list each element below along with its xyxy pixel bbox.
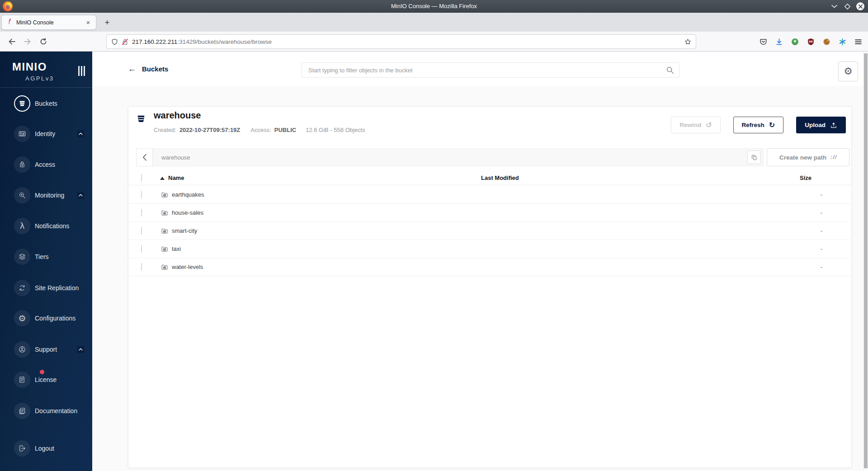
bookmark-star-icon[interactable] — [684, 38, 691, 45]
column-header-last-modified[interactable]: Last Modified — [481, 174, 800, 181]
object-name: taxi — [172, 245, 181, 252]
bucket-settings-button[interactable]: ⚙ — [838, 61, 858, 81]
minio-favicon-icon — [6, 18, 13, 27]
chevron-up-icon[interactable] — [77, 131, 84, 137]
row-checkbox[interactable] — [141, 263, 142, 271]
window-title: MinIO Console — Mozilla Firefox — [0, 0, 868, 13]
sidebar-item-logout[interactable]: Logout — [0, 440, 92, 457]
back-arrow-icon: ← — [128, 64, 136, 74]
back-to-buckets[interactable]: ← Buckets — [128, 52, 168, 86]
folder-icon — [161, 264, 168, 271]
replication-icon — [14, 280, 30, 296]
tab-close-icon[interactable]: × — [85, 19, 92, 26]
url-host: 217.160.222.211 — [132, 38, 177, 45]
content-background: warehouse Created: 2022-10-27T09:57:19Z … — [92, 86, 863, 471]
cookie-extension-icon[interactable] — [820, 35, 833, 48]
column-header-size[interactable]: Size — [800, 174, 843, 181]
new-tab-button[interactable]: + — [101, 17, 113, 28]
monitor-search-icon — [14, 187, 30, 203]
gear-icon: ⚙ — [844, 66, 853, 76]
refresh-button[interactable]: Refresh↻ — [733, 117, 784, 133]
sidebar-item-configurations[interactable]: ⚙ Configurations — [0, 310, 92, 326]
upload-icon — [830, 122, 837, 129]
copy-path-button[interactable] — [747, 151, 761, 164]
extension-asterisk-icon[interactable] — [836, 35, 849, 48]
lambda-icon: λ — [14, 218, 30, 234]
menu-hamburger-icon[interactable] — [852, 35, 864, 48]
pocket-icon[interactable] — [757, 35, 769, 48]
support-icon — [14, 341, 30, 358]
new-path-icon: :// — [830, 154, 837, 160]
select-all-checkbox[interactable] — [141, 174, 142, 182]
upload-button[interactable]: Upload — [796, 117, 846, 133]
sidebar-item-identity[interactable]: Identity — [0, 126, 92, 142]
window-minimize-icon[interactable] — [830, 2, 838, 10]
object-name: water-levels — [172, 264, 203, 270]
reload-button[interactable] — [37, 35, 50, 48]
folder-icon — [161, 209, 168, 217]
tab-minio-console[interactable]: MinIO Console × — [1, 15, 96, 30]
sidebar-item-buckets[interactable]: Buckets — [0, 95, 92, 112]
layers-icon — [14, 249, 30, 265]
table-row[interactable]: earthquakes - — [128, 186, 852, 204]
object-name: smart-city — [172, 227, 197, 234]
browser-toolbar: 217.160.222.211:31429/buckets/warehouse/… — [0, 32, 868, 52]
object-size: - — [800, 227, 843, 234]
table-row[interactable]: smart-city - — [128, 222, 852, 240]
create-new-path-button[interactable]: Create new path :// — [767, 148, 849, 166]
sort-asc-icon — [160, 177, 165, 180]
column-header-name[interactable]: Name — [160, 174, 481, 181]
table-row[interactable]: house-sales - — [128, 204, 852, 222]
scrollbar-thumb[interactable] — [864, 53, 868, 468]
downloads-icon[interactable] — [773, 35, 785, 48]
object-size: - — [800, 191, 843, 198]
minio-logo: MINIO — [12, 61, 47, 73]
tracking-shield-icon[interactable] — [111, 38, 118, 45]
sidebar-item-support[interactable]: Support — [0, 341, 92, 358]
row-checkbox[interactable] — [141, 191, 142, 198]
extension-green-icon[interactable] — [788, 35, 801, 48]
sidebar-item-monitoring[interactable]: Monitoring — [0, 187, 92, 203]
folder-icon — [161, 227, 168, 235]
insecure-lock-icon[interactable] — [122, 38, 128, 45]
sidebar-item-license[interactable]: License — [0, 372, 92, 388]
filter-objects-input[interactable] — [302, 62, 679, 78]
ublock-origin-icon[interactable]: U0 — [804, 35, 817, 48]
scrollbar[interactable] — [863, 52, 868, 471]
chevron-up-icon[interactable] — [77, 346, 84, 353]
minio-console-app: MINIO AGPLv3 Buckets Identity Access Mon… — [0, 52, 868, 471]
forward-button[interactable] — [21, 35, 34, 48]
created-label: Created: — [154, 127, 176, 133]
page-header: ← Buckets ⚙ — [92, 52, 863, 86]
table-row[interactable]: taxi - — [128, 240, 852, 258]
folder-icon — [161, 191, 168, 198]
sidebar-item-tiers[interactable]: Tiers — [0, 249, 92, 265]
sidebar-item-site-replication[interactable]: Site Replication — [0, 280, 92, 296]
table-row[interactable]: water-levels - — [128, 258, 852, 276]
sidebar-item-documentation[interactable]: Documentation — [0, 403, 92, 419]
chevron-up-icon[interactable] — [77, 192, 84, 199]
url-text[interactable]: 217.160.222.211:31429/buckets/warehouse/… — [132, 38, 681, 45]
sidebar-item-access[interactable]: Access — [0, 156, 92, 173]
copy-icon — [751, 154, 758, 161]
row-checkbox[interactable] — [141, 209, 142, 217]
window-close-icon[interactable] — [856, 2, 864, 10]
window-maximize-icon[interactable] — [843, 2, 851, 10]
window-titlebar: MinIO Console — Mozilla Firefox — [0, 0, 868, 13]
tab-bar: MinIO Console × + — [0, 13, 868, 32]
back-button[interactable] — [5, 35, 18, 48]
bucket-browser-card: warehouse Created: 2022-10-27T09:57:19Z … — [128, 106, 852, 468]
breadcrumb: Buckets — [142, 65, 168, 73]
sidebar-divider — [0, 87, 92, 88]
sidebar-item-notifications[interactable]: λ Notifications — [0, 218, 92, 234]
row-checkbox[interactable] — [141, 245, 142, 253]
path-back-button[interactable] — [136, 148, 153, 166]
sidebar-collapse-icon[interactable] — [78, 66, 85, 76]
search-icon — [666, 66, 674, 74]
rewind-button[interactable]: Rewind↺ — [671, 117, 720, 133]
url-bar[interactable]: 217.160.222.211:31429/buckets/warehouse/… — [106, 34, 696, 49]
current-path: warehouse — [161, 154, 747, 161]
usage-summary: 12.6 GiB - 558 Objects — [306, 127, 365, 133]
bucket-name-title: warehouse — [154, 110, 201, 121]
row-checkbox[interactable] — [141, 227, 142, 235]
